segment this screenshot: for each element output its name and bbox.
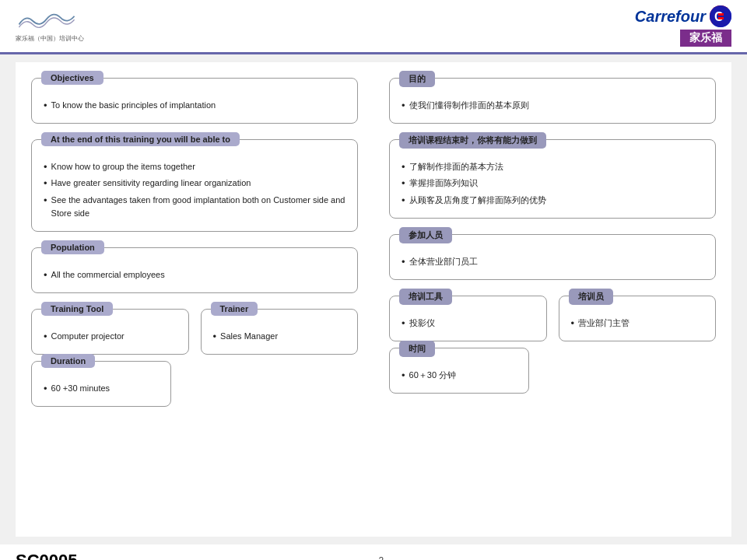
training-tool-content-en: Computer projector [32, 316, 188, 354]
training-end-content-cn: 了解制作排面的基本方法 掌握排面陈列知识 从顾客及店角度了解排面陈列的优势 [390, 146, 715, 218]
duration-content-cn: 60＋30 分钟 [390, 355, 528, 393]
trainer-bullet1-en: Sales Manager [213, 330, 346, 344]
objectives-bullet1-cn: 使我们懂得制作排面的基本原则 [402, 99, 703, 113]
training-end-content-en: Know how to group the items together Hav… [32, 146, 357, 231]
logo-cn-text: 家乐福（中国）培训中心 [16, 34, 84, 43]
carrefour-brand: Carrefour C [635, 5, 731, 27]
training-tool-bullet1-en: Computer projector [44, 330, 177, 344]
training-end-bullet3-cn: 从顾客及店角度了解排面陈列的优势 [402, 194, 703, 208]
training-end-header-en: At the end of this training you will be … [41, 132, 240, 146]
objectives-box-cn: 目的 使我们懂得制作排面的基本原则 [389, 78, 716, 124]
main-content: Objectives To know the basic principles … [16, 62, 731, 537]
svg-rect-4 [718, 17, 724, 19]
tool-trainer-row-en: Training Tool Computer projector Trainer… [31, 309, 358, 355]
duration-bullet1-en: 60 +30 minutes [44, 382, 159, 396]
population-content-cn: 全体营业部门员工 [390, 241, 715, 279]
tool-trainer-row-cn: 培训工具 投影仪 培训员 营业部门主管 [389, 296, 716, 341]
carrefour-icon: C [710, 5, 731, 27]
objectives-box-en: Objectives To know the basic principles … [31, 78, 358, 124]
footer-page: -2- [375, 555, 387, 560]
right-column: 目的 使我们懂得制作排面的基本原则 培训课程结束时，你将有能力做到 了解制作排面… [389, 78, 716, 413]
trainer-header-cn: 培训员 [569, 289, 613, 305]
page-footer: SC0005 -2- [0, 544, 747, 560]
svg-rect-3 [718, 13, 724, 16]
training-tool-box-cn: 培训工具 投影仪 [389, 296, 547, 341]
content-grid: Objectives To know the basic principles … [31, 78, 716, 413]
objectives-header-en: Objectives [41, 71, 103, 85]
training-tool-header-cn: 培训工具 [399, 289, 452, 305]
training-end-bullet1-en: Know how to group the items together [44, 160, 345, 174]
training-tool-header-en: Training Tool [41, 302, 113, 316]
duration-content-en: 60 +30 minutes [32, 368, 170, 406]
population-header-cn: 参加人员 [399, 227, 452, 243]
logo-right: Carrefour C 家乐福 [635, 5, 731, 47]
population-box-en: Population All the commercial employees [31, 247, 358, 293]
training-end-box-en: At the end of this training you will be … [31, 139, 358, 232]
population-header-en: Population [41, 240, 104, 254]
duration-header-cn: 时间 [399, 341, 435, 357]
training-end-bullet3-en: See the advantages taken from good impla… [44, 194, 345, 221]
trainer-box-cn: 培训员 营业部门主管 [559, 296, 717, 341]
logo-left: 家乐福（中国）培训中心 [16, 9, 84, 43]
objectives-content-cn: 使我们懂得制作排面的基本原则 [390, 85, 715, 123]
training-end-bullet1-cn: 了解制作排面的基本方法 [402, 160, 703, 174]
carrefour-name: Carrefour [635, 8, 706, 26]
footer-code: SC0005 [16, 551, 78, 560]
objectives-header-cn: 目的 [399, 71, 435, 87]
training-end-header-cn: 培训课程结束时，你将有能力做到 [399, 132, 546, 149]
training-end-box-cn: 培训课程结束时，你将有能力做到 了解制作排面的基本方法 掌握排面陈列知识 从顾客… [389, 139, 716, 219]
svg-text:C: C [714, 10, 724, 23]
population-bullet1-en: All the commercial employees [44, 268, 345, 282]
objectives-bullet1-en: To know the basic principles of implanta… [44, 99, 345, 113]
trainer-header-en: Trainer [211, 302, 258, 316]
duration-box-cn: 时间 60＋30 分钟 [389, 348, 529, 394]
training-tool-bullet1-cn: 投影仪 [402, 317, 535, 331]
training-end-bullet2-en: Have greater sensitivity regarding linea… [44, 177, 345, 191]
trainer-content-en: Sales Manager [202, 316, 358, 354]
duration-bullet1-cn: 60＋30 分钟 [402, 369, 517, 383]
objectives-content-en: To know the basic principles of implanta… [32, 85, 357, 123]
population-content-en: All the commercial employees [32, 254, 357, 292]
trainer-bullet1-cn: 营业部门主管 [571, 317, 704, 331]
duration-header-en: Duration [41, 354, 95, 368]
page-header: 家乐福（中国）培训中心 Carrefour C 家乐福 [0, 0, 747, 54]
trainer-box-en: Trainer Sales Manager [201, 309, 359, 355]
training-tool-box-en: Training Tool Computer projector [31, 309, 189, 355]
population-bullet1-cn: 全体营业部门员工 [402, 255, 703, 269]
duration-box-en: Duration 60 +30 minutes [31, 361, 171, 407]
trainer-content-cn: 营业部门主管 [559, 303, 716, 341]
left-column: Objectives To know the basic principles … [31, 78, 358, 413]
carrefour-china-logo [16, 9, 78, 33]
training-tool-content-cn: 投影仪 [390, 303, 546, 341]
training-end-bullet2-cn: 掌握排面陈列知识 [402, 177, 703, 191]
population-box-cn: 参加人员 全体营业部门员工 [389, 234, 716, 280]
carrefour-cn-banner: 家乐福 [680, 30, 731, 47]
